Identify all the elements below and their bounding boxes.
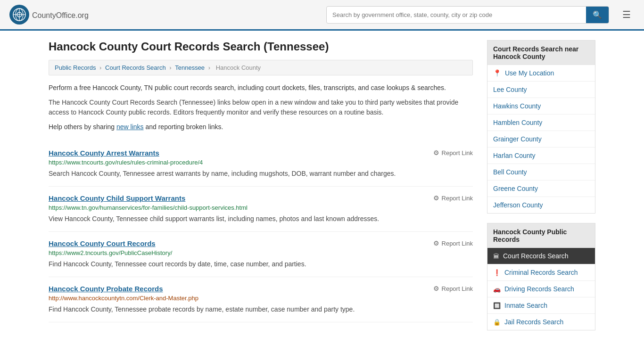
record-desc-2: Find Hancock County, Tennessee court rec…: [49, 259, 473, 269]
report-icon-1: ⚙: [433, 194, 439, 202]
record-title-0[interactable]: Hancock County Arrest Warrants: [49, 149, 159, 157]
grainger-county-label: Grainger County: [493, 135, 542, 143]
grainger-county-link[interactable]: Grainger County: [487, 131, 595, 147]
jail-icon: 🔒: [493, 319, 501, 326]
nearby-county-item[interactable]: Greene County: [487, 181, 595, 197]
jefferson-county-label: Jefferson County: [493, 201, 543, 209]
logo[interactable]: CountyOffice.org: [9, 5, 89, 25]
record-item-header: Hancock County Court Records ⚙ Report Li…: [49, 239, 473, 247]
bell-county-link[interactable]: Bell County: [487, 164, 595, 180]
record-title-1[interactable]: Hancock County Child Support Warrants: [49, 194, 185, 202]
breadcrumb-court-records[interactable]: Court Records Search: [105, 64, 166, 71]
header: CountyOffice.org 🔍 ☰: [0, 0, 644, 31]
bell-county-label: Bell County: [493, 168, 527, 176]
court-records-label: Court Records Search: [503, 252, 569, 260]
public-records-list: 🏛 Court Records Search ❗ Criminal Record…: [487, 248, 595, 330]
report-icon-3: ⚙: [433, 285, 439, 292]
record-url-3: http://www.hancockcountytn.com/Clerk-and…: [49, 295, 473, 302]
greene-county-link[interactable]: Greene County: [487, 181, 595, 197]
nearby-county-item[interactable]: Harlan County: [487, 148, 595, 164]
record-item-header: Hancock County Arrest Warrants ⚙ Report …: [49, 149, 473, 157]
menu-button[interactable]: ☰: [619, 7, 635, 22]
report-link-0[interactable]: ⚙ Report Link: [433, 149, 473, 156]
logo-suffix: .org: [75, 11, 89, 19]
record-item-header: Hancock County Child Support Warrants ⚙ …: [49, 194, 473, 202]
report-link-3[interactable]: ⚙ Report Link: [433, 285, 473, 292]
record-desc-0: Search Hancock County, Tennessee arrest …: [49, 169, 473, 179]
jail-records-label: Jail Records Search: [504, 318, 563, 326]
nearby-county-item[interactable]: Grainger County: [487, 131, 595, 148]
driving-records-search-link[interactable]: 🚗 Driving Records Search: [487, 281, 595, 297]
criminal-icon: ❗: [493, 269, 501, 276]
nearby-county-item[interactable]: Hamblen County: [487, 115, 595, 131]
court-records-search-link[interactable]: 🏛 Court Records Search: [487, 248, 595, 264]
description-1: Perform a free Hancock County, TN public…: [49, 83, 473, 93]
nearby-county-item[interactable]: Lee County: [487, 82, 595, 98]
search-container: 🔍: [326, 6, 609, 24]
public-records-item-inmate[interactable]: 🔲 Inmate Search: [487, 297, 595, 314]
logo-text: CountyOffice.org: [32, 9, 89, 20]
report-icon-2: ⚙: [433, 239, 439, 247]
nearby-county-item[interactable]: Hawkins County: [487, 98, 595, 115]
hawkins-county-label: Hawkins County: [493, 102, 541, 110]
nearby-list: 📍 Use My Location Lee County Hawkins Cou…: [487, 65, 595, 213]
hamblen-county-label: Hamblen County: [493, 119, 542, 126]
criminal-records-search-link[interactable]: ❗ Criminal Records Search: [487, 264, 595, 280]
harlan-county-link[interactable]: Harlan County: [487, 148, 595, 164]
driving-records-label: Driving Records Search: [504, 285, 574, 293]
nearby-county-item[interactable]: Jefferson County: [487, 197, 595, 213]
record-title-2[interactable]: Hancock County Court Records: [49, 239, 156, 247]
report-link-2[interactable]: ⚙ Report Link: [433, 239, 473, 247]
record-desc-3: Find Hancock County, Tennessee probate r…: [49, 304, 473, 314]
jefferson-county-link[interactable]: Jefferson County: [487, 197, 595, 213]
public-records-item-driving[interactable]: 🚗 Driving Records Search: [487, 281, 595, 297]
sidebar: Court Records Search near Hancock County…: [487, 40, 595, 340]
content-area: Hancock County Court Records Search (Ten…: [49, 40, 473, 340]
search-button[interactable]: 🔍: [586, 7, 609, 23]
use-location-link[interactable]: 📍 Use My Location: [487, 65, 595, 81]
record-title-3[interactable]: Hancock County Probate Records: [49, 285, 163, 293]
location-pin-icon: 📍: [493, 69, 501, 77]
new-links-link[interactable]: new links: [116, 123, 144, 131]
report-icon-0: ⚙: [433, 149, 439, 156]
public-records-section: Hancock County Public Records 🏛 Court Re…: [487, 223, 595, 330]
logo-brand: CountyOffice: [32, 11, 75, 19]
record-url-0: https://www.tncourts.gov/rules/rules-cri…: [49, 159, 473, 166]
nearby-county-item[interactable]: Bell County: [487, 164, 595, 181]
criminal-records-label: Criminal Records Search: [504, 269, 578, 276]
jail-records-search-link[interactable]: 🔒 Jail Records Search: [487, 314, 595, 330]
harlan-county-label: Harlan County: [493, 152, 536, 159]
record-item: Hancock County Arrest Warrants ⚙ Report …: [49, 141, 473, 187]
use-location-item[interactable]: 📍 Use My Location: [487, 65, 595, 82]
breadcrumb-tennessee[interactable]: Tennessee: [175, 64, 205, 71]
lee-county-label: Lee County: [493, 86, 527, 93]
search-input[interactable]: [327, 8, 586, 22]
breadcrumb-current: Hancock County: [216, 64, 261, 71]
greene-county-label: Greene County: [493, 185, 538, 192]
inmate-icon: 🔲: [493, 302, 501, 309]
record-item: Hancock County Probate Records ⚙ Report …: [49, 277, 473, 322]
use-location-label: Use My Location: [505, 69, 554, 77]
main-container: Hancock County Court Records Search (Ten…: [39, 31, 605, 349]
hamblen-county-link[interactable]: Hamblen County: [487, 115, 595, 131]
public-records-item-criminal[interactable]: ❗ Criminal Records Search: [487, 264, 595, 281]
report-link-1[interactable]: ⚙ Report Link: [433, 194, 473, 202]
description-2: The Hancock County Court Records Search …: [49, 98, 473, 117]
record-item: Hancock County Child Support Warrants ⚙ …: [49, 187, 473, 232]
records-list: Hancock County Arrest Warrants ⚙ Report …: [49, 141, 473, 322]
logo-icon: [9, 5, 29, 25]
record-desc-1: View Hancock County, Tennessee child sup…: [49, 214, 473, 224]
record-url-2: https://www2.tncourts.gov/PublicCaseHist…: [49, 249, 473, 256]
court-icon: 🏛: [493, 253, 499, 260]
nearby-title: Court Records Search near Hancock County: [487, 41, 595, 65]
hawkins-county-link[interactable]: Hawkins County: [487, 98, 595, 114]
breadcrumb-public-records[interactable]: Public Records: [55, 64, 96, 71]
public-records-item-jail[interactable]: 🔒 Jail Records Search: [487, 314, 595, 330]
breadcrumb: Public Records › Court Records Search › …: [49, 60, 473, 75]
inmate-search-label: Inmate Search: [504, 302, 547, 309]
record-item-header: Hancock County Probate Records ⚙ Report …: [49, 285, 473, 293]
lee-county-link[interactable]: Lee County: [487, 82, 595, 98]
record-item: Hancock County Court Records ⚙ Report Li…: [49, 232, 473, 277]
public-records-item-court[interactable]: 🏛 Court Records Search: [487, 248, 595, 264]
inmate-search-link[interactable]: 🔲 Inmate Search: [487, 297, 595, 313]
